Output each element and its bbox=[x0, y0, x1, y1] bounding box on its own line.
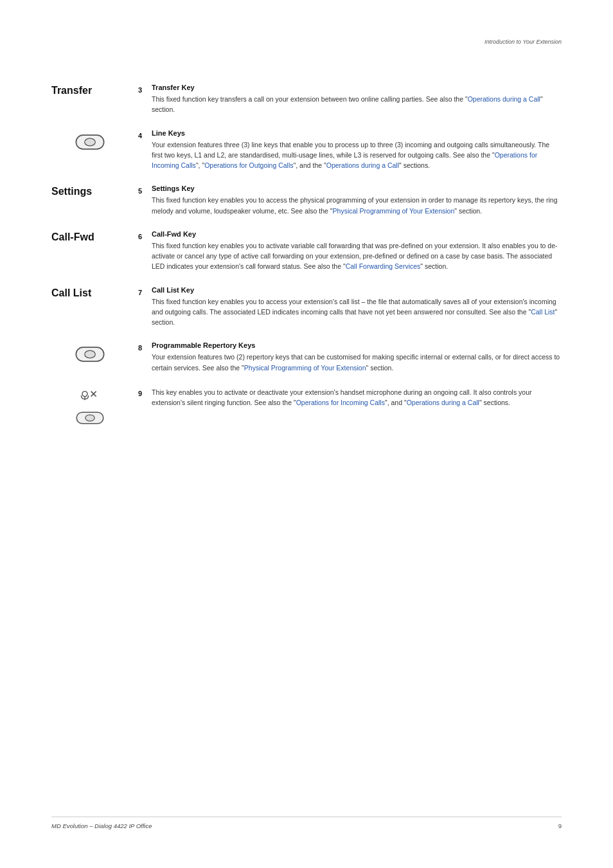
section-body-call-fwd: This fixed function key enables you to a… bbox=[152, 240, 562, 272]
section-settings: Settings 5 Settings Key This fixed funct… bbox=[51, 185, 562, 216]
link-ops-outgoing-1[interactable]: Operations for Outgoing Calls bbox=[204, 161, 293, 169]
page-footer: MD Evolution – Dialog 4422 IP Office 9 bbox=[51, 817, 562, 829]
icon-container-4 bbox=[51, 129, 129, 154]
section-body-mute: This key enables you to activate or deac… bbox=[152, 387, 562, 408]
section-label-settings: Settings bbox=[51, 185, 129, 197]
section-content-prog-keys: Programmable Repertory Keys Your extensi… bbox=[152, 341, 562, 373]
link-ops-during-call-2[interactable]: Operations during a Call bbox=[326, 161, 399, 169]
footer-page: 9 bbox=[558, 822, 562, 829]
section-label-call-fwd: Call-Fwd bbox=[51, 230, 129, 243]
section-title-prog-keys: Programmable Repertory Keys bbox=[152, 341, 562, 349]
section-number-7: 7 bbox=[129, 286, 152, 296]
section-mute: 9 This key enables you to activate or de… bbox=[51, 387, 562, 427]
section-body-call-list: This fixed function key enables you to a… bbox=[152, 296, 562, 328]
svg-point-1 bbox=[85, 138, 96, 146]
link-physical-prog-2[interactable]: Physical Programming of Your Extension bbox=[244, 364, 366, 372]
section-call-fwd: Call-Fwd 6 Call-Fwd Key This fixed funct… bbox=[51, 230, 562, 272]
section-body-settings: This fixed function key enables you to a… bbox=[152, 195, 562, 216]
mic-phone-icon bbox=[75, 388, 105, 408]
section-prog-keys: 8 Programmable Repertory Keys Your exten… bbox=[51, 341, 562, 373]
section-body-line-keys: Your extension features three (3) line k… bbox=[152, 140, 562, 171]
section-content-settings: Settings Key This fixed function key ena… bbox=[152, 185, 562, 216]
section-line-keys: 4 Line Keys Your extension features thre… bbox=[51, 129, 562, 171]
handset-bottom-icon bbox=[75, 409, 105, 427]
icon-container-9 bbox=[51, 387, 129, 427]
section-title-call-list: Call List Key bbox=[152, 286, 562, 294]
link-physical-prog-1[interactable]: Physical Programming of Your Extension bbox=[333, 207, 455, 215]
section-transfer: Transfer 3 Transfer Key This fixed funct… bbox=[51, 84, 562, 115]
section-content-line-keys: Line Keys Your extension features three … bbox=[152, 129, 562, 171]
link-call-fwd-services[interactable]: Call Forwarding Services bbox=[346, 262, 421, 270]
svg-point-3 bbox=[85, 351, 96, 359]
page: Introduction to Your Extension Transfer … bbox=[0, 0, 613, 868]
section-title-settings: Settings Key bbox=[152, 185, 562, 192]
section-title-line-keys: Line Keys bbox=[152, 129, 562, 137]
section-call-list: Call List 7 Call List Key This fixed fun… bbox=[51, 286, 562, 328]
section-number-5: 5 bbox=[129, 185, 152, 195]
link-call-list-1[interactable]: Call List bbox=[531, 308, 555, 316]
section-number-3: 3 bbox=[129, 84, 152, 94]
svg-point-9 bbox=[85, 415, 94, 421]
section-label-transfer: Transfer bbox=[51, 84, 129, 96]
page-header: Introduction to Your Extension bbox=[51, 39, 562, 45]
footer-left: MD Evolution – Dialog 4422 IP Office bbox=[51, 822, 152, 829]
icon-container-8 bbox=[51, 341, 129, 366]
svg-point-4 bbox=[82, 392, 87, 397]
section-content-call-list: Call List Key This fixed function key en… bbox=[152, 286, 562, 328]
handset-icon-4 bbox=[74, 131, 106, 154]
section-number-8: 8 bbox=[129, 341, 152, 352]
link-ops-during-call-3[interactable]: Operations during a Call bbox=[407, 399, 479, 406]
section-content-mute: This key enables you to activate or deac… bbox=[152, 387, 562, 408]
section-body-transfer: This fixed function key transfers a call… bbox=[152, 94, 562, 115]
combined-icon-9 bbox=[75, 388, 105, 427]
section-content-transfer: Transfer Key This fixed function key tra… bbox=[152, 84, 562, 115]
section-title-call-fwd: Call-Fwd Key bbox=[152, 230, 562, 238]
section-body-prog-keys: Your extension features two (2) repertor… bbox=[152, 352, 562, 373]
section-number-4: 4 bbox=[129, 129, 152, 140]
handset-icon-8 bbox=[74, 343, 106, 366]
section-number-9: 9 bbox=[129, 387, 152, 397]
section-content-call-fwd: Call-Fwd Key This fixed function key ena… bbox=[152, 230, 562, 272]
section-number-6: 6 bbox=[129, 230, 152, 240]
section-title-transfer: Transfer Key bbox=[152, 84, 562, 91]
link-ops-incoming-2[interactable]: Operations for Incoming Calls bbox=[296, 399, 385, 406]
section-label-call-list: Call List bbox=[51, 286, 129, 299]
link-operations-during-call-1[interactable]: Operations during a Call bbox=[468, 95, 540, 103]
